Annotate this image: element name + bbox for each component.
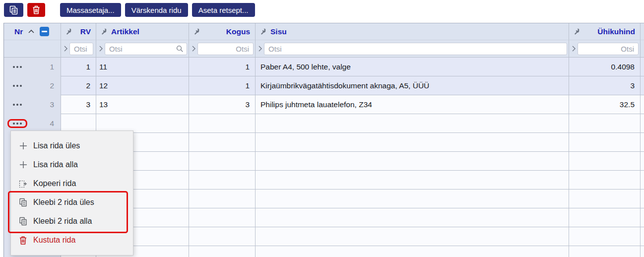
cell-rv[interactable]: 2 xyxy=(61,76,96,95)
cell-yhikuhind[interactable] xyxy=(569,171,641,190)
menu-item-label: Kopeeri rida xyxy=(33,179,76,188)
grid-search-row xyxy=(4,40,644,58)
cell-artikkel[interactable]: 13 xyxy=(96,95,189,114)
cell-yhikuhind[interactable] xyxy=(569,133,641,152)
cell-kogus[interactable] xyxy=(189,171,256,190)
row-number: 1 xyxy=(50,63,54,71)
search-magnifier-icon[interactable] xyxy=(176,45,184,53)
column-header-yhikuhind[interactable]: Ühikuhind xyxy=(569,23,641,40)
expand-search-chevron-icon[interactable] xyxy=(64,45,68,52)
cell-sisu[interactable]: Philips juhtmeta lauatelefon, Z34 xyxy=(256,95,569,114)
column-settings-wrench-icon[interactable] xyxy=(193,28,200,35)
column-settings-wrench-icon[interactable] xyxy=(574,28,580,35)
row-number: 2 xyxy=(50,81,54,90)
cell-rv[interactable]: 1 xyxy=(61,58,96,76)
column-settings-wrench-icon[interactable] xyxy=(260,28,266,35)
cell-sisu[interactable] xyxy=(256,246,569,257)
cell-sisu[interactable] xyxy=(256,114,569,133)
column-header-rv[interactable]: RV xyxy=(61,23,96,40)
cell-rv[interactable]: 3 xyxy=(61,95,96,114)
search-input-kogus[interactable] xyxy=(197,43,254,55)
cell-yhikuhind[interactable] xyxy=(569,208,641,227)
row-menu-button-highlighted[interactable] xyxy=(9,121,26,127)
cell-yhikuhind[interactable] xyxy=(569,114,641,133)
cell-sisu[interactable] xyxy=(256,171,569,190)
menu-item-kleebi-2-rida-yles[interactable]: Kleebi 2 rida üles xyxy=(11,193,133,212)
column-header-nr[interactable]: Nr xyxy=(4,23,61,40)
cell-yhikuhind[interactable] xyxy=(569,152,641,171)
expand-search-chevron-icon[interactable] xyxy=(572,45,576,52)
clipped-search-cell xyxy=(641,40,644,58)
row-number: 4 xyxy=(50,119,54,128)
cell-kogus[interactable] xyxy=(189,190,256,208)
cell-yhikuhind[interactable] xyxy=(569,227,641,246)
column-settings-wrench-icon[interactable] xyxy=(101,28,107,35)
grid-header-row: Nr RV Artikkel xyxy=(4,23,644,40)
menu-item-kustuta-rida[interactable]: Kustuta rida xyxy=(11,231,133,250)
column-header-kogus[interactable]: Kogus xyxy=(189,23,256,40)
search-cell-sisu xyxy=(256,40,569,58)
cell-sisu[interactable] xyxy=(256,190,569,208)
clipped-cell xyxy=(641,114,644,133)
sort-ascending-icon[interactable] xyxy=(28,29,35,34)
search-input-rv[interactable] xyxy=(69,43,93,55)
cell-kogus[interactable] xyxy=(189,152,256,171)
cell-artikkel[interactable]: 11 xyxy=(96,58,189,76)
search-cell-rv xyxy=(61,40,96,58)
cell-yhikuhind[interactable]: 32.5 xyxy=(569,95,641,114)
trash-icon xyxy=(18,236,28,245)
cell-sisu[interactable]: Paber A4, 500 lehte, valge xyxy=(256,58,569,76)
cell-sisu[interactable] xyxy=(256,227,569,246)
copy-icon xyxy=(8,5,19,15)
row-menu-button[interactable] xyxy=(9,102,26,108)
row-menu-button[interactable] xyxy=(9,64,26,70)
copy-rows-button[interactable] xyxy=(4,3,23,17)
cell-yhikuhind[interactable] xyxy=(569,246,641,257)
expand-search-chevron-icon[interactable] xyxy=(99,45,103,52)
cell-kogus[interactable] xyxy=(189,227,256,246)
cell-kogus[interactable] xyxy=(189,114,256,133)
menu-item-kleebi-2-rida-alla[interactable]: Kleebi 2 rida alla xyxy=(11,212,133,231)
row-menu-button[interactable] xyxy=(9,83,26,89)
cell-kogus[interactable] xyxy=(189,133,256,152)
massasetaja-button[interactable]: Massasetaja... xyxy=(60,3,121,17)
cell-artikkel[interactable]: 12 xyxy=(96,76,189,95)
column-label-artikkel: Artikkel xyxy=(111,27,139,36)
expand-search-chevron-icon[interactable] xyxy=(192,45,196,52)
delete-rows-button[interactable] xyxy=(27,3,45,17)
cell-kogus[interactable] xyxy=(189,208,256,227)
column-header-artikkel[interactable]: Artikkel xyxy=(96,23,189,40)
column-settings-wrench-icon[interactable] xyxy=(65,28,72,35)
varskenda-ridu-button[interactable]: Värskenda ridu xyxy=(125,3,188,17)
cell-yhikuhind[interactable] xyxy=(569,190,641,208)
column-label-rv: RV xyxy=(80,27,91,36)
cell-kogus[interactable]: 1 xyxy=(189,58,256,76)
menu-item-label: Lisa rida alla xyxy=(33,160,78,169)
cell-sisu[interactable]: Kirjaümbrikvägatähtisdokument aknaga, A5… xyxy=(256,76,569,95)
aseta-retsept-button[interactable]: Aseta retsept... xyxy=(192,3,255,17)
cell-kogus[interactable]: 1 xyxy=(189,76,256,95)
trash-icon xyxy=(32,5,40,14)
column-header-sisu[interactable]: Sisu xyxy=(256,23,569,40)
cell-sisu[interactable] xyxy=(256,208,569,227)
table-row: 3 3 13 3 Philips juhtmeta lauatelefon, Z… xyxy=(4,95,644,114)
cell-sisu[interactable] xyxy=(256,133,569,152)
search-input-sisu[interactable] xyxy=(264,43,567,55)
cell-yhikuhind[interactable]: 3 xyxy=(569,76,641,95)
search-cell-kogus xyxy=(189,40,256,58)
select-all-checkbox[interactable] xyxy=(40,27,49,36)
menu-item-lisa-rida-yles[interactable]: Lisa rida üles xyxy=(11,136,133,155)
cell-sisu[interactable] xyxy=(256,152,569,171)
row-context-menu: Lisa rida üles Lisa rida alla Kopeeri ri… xyxy=(10,130,133,256)
expand-search-chevron-icon[interactable] xyxy=(258,45,262,52)
row-number: 3 xyxy=(50,100,54,109)
row-gutter: 3 xyxy=(4,95,61,114)
search-cell-artikkel xyxy=(96,40,189,58)
cell-kogus[interactable] xyxy=(189,246,256,257)
search-input-yhikuhind[interactable] xyxy=(578,43,639,55)
menu-item-kopeeri-rida[interactable]: Kopeeri rida xyxy=(11,174,133,193)
cell-yhikuhind[interactable]: 0.4098 xyxy=(569,58,641,76)
cell-kogus[interactable]: 3 xyxy=(189,95,256,114)
search-input-artikkel[interactable] xyxy=(105,43,187,55)
menu-item-lisa-rida-alla[interactable]: Lisa rida alla xyxy=(11,155,133,174)
